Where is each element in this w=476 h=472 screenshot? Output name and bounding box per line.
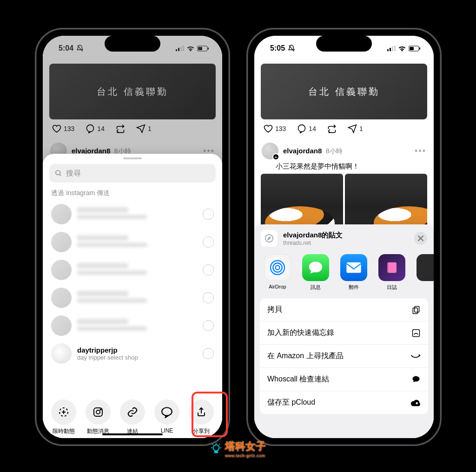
user-row[interactable] — [43, 228, 222, 256]
svg-point-40 — [213, 445, 219, 451]
story-icon — [58, 406, 69, 418]
post-header: + elvajordan8 8小時 ••• — [254, 138, 434, 164]
repost-icon — [327, 124, 337, 133]
ios-share-sheet: elvajordan8的貼文 threads.net AirDrop 訊息 — [254, 224, 434, 438]
feed-background-dimmed: 5:04 台北 信義聯勤 133 14 — [43, 36, 222, 438]
wifi-icon — [398, 46, 406, 52]
select-radio[interactable] — [203, 320, 214, 331]
bell-muted-icon — [288, 45, 295, 52]
dynamic-island — [316, 36, 372, 52]
select-radio[interactable] — [203, 348, 214, 359]
user-name: daytripperjp — [77, 346, 197, 354]
annotation-highlight — [192, 392, 228, 437]
svg-rect-36 — [415, 306, 419, 312]
user-list: daytripperjp day tripper select shop — [43, 200, 222, 395]
svg-point-26 — [298, 125, 305, 132]
battery-icon — [409, 46, 421, 52]
action-amazon[interactable]: 在 Amazon 上尋找產品 — [260, 345, 428, 368]
action-list: 拷貝 加入新的快速備忘錄 在 Amazon 上尋找產品 — [260, 298, 428, 414]
svg-point-31 — [273, 263, 282, 272]
screen-left: 5:04 台北 信義聯勤 133 14 — [43, 36, 222, 438]
select-radio[interactable] — [203, 209, 214, 220]
watermark: 塔科女子 www.tech-girlz.com — [210, 439, 266, 458]
action-quicknote[interactable]: 加入新的快速備忘錄 — [260, 321, 428, 345]
safari-thumb-icon — [261, 230, 278, 247]
post-username[interactable]: elvajordan8 — [283, 147, 322, 155]
svg-rect-19 — [387, 49, 389, 51]
feed: 5:05 台北 信義聯勤 133 14 1 + — [254, 36, 434, 438]
ios-sheet-subtitle: threads.net — [283, 240, 343, 246]
sheet-grabber[interactable] — [123, 157, 142, 159]
copy-icon — [411, 305, 421, 315]
ios-sheet-title: elvajordan8的貼文 — [283, 231, 343, 240]
svg-point-39 — [416, 402, 418, 404]
mail-icon — [346, 262, 362, 274]
svg-line-45 — [219, 444, 220, 445]
svg-rect-22 — [394, 46, 396, 51]
quicknote-icon — [411, 328, 421, 338]
avatar[interactable]: + — [262, 143, 278, 159]
svg-rect-25 — [419, 47, 420, 50]
svg-point-30 — [276, 266, 280, 270]
svg-rect-37 — [413, 308, 417, 314]
svg-line-10 — [60, 174, 61, 176]
comment-button[interactable]: 14 — [297, 124, 316, 133]
post-caption: 小三花果然是夢中情貓啊！ — [254, 162, 434, 174]
svg-point-9 — [56, 170, 60, 175]
action-whoscall[interactable]: Whoscall 檢查連結 — [260, 368, 428, 391]
heart-icon — [264, 124, 273, 133]
svg-rect-20 — [390, 48, 391, 51]
like-button[interactable]: 133 — [264, 124, 286, 133]
home-indicator[interactable] — [102, 433, 163, 435]
phone-left: 5:04 台北 信義聯勤 133 14 — [35, 28, 230, 446]
share-story[interactable]: 限時動態 — [47, 400, 80, 435]
send-icon — [348, 124, 357, 133]
ios-sheet-header: elvajordan8的貼文 threads.net — [254, 224, 434, 251]
svg-point-17 — [162, 407, 172, 415]
user-row[interactable] — [43, 200, 222, 228]
user-row-daytripper[interactable]: daytripperjp day tripper select shop — [43, 340, 222, 367]
screen-right: 5:05 台北 信義聯勤 133 14 1 + — [254, 36, 434, 438]
action-copy[interactable]: 拷貝 — [260, 298, 428, 321]
app-messages[interactable]: 訊息 — [301, 254, 331, 291]
action-pcloud[interactable]: 儲存至 pCloud — [260, 391, 428, 414]
close-icon — [418, 236, 423, 241]
journal-icon — [385, 261, 399, 275]
repost-button[interactable] — [327, 124, 337, 133]
search-input[interactable]: 搜尋 — [49, 164, 216, 183]
app-airdrop[interactable]: AirDrop — [263, 254, 292, 291]
app-journal[interactable]: 日誌 — [377, 254, 407, 291]
share-feed[interactable]: 動態消息 — [82, 400, 114, 435]
svg-point-16 — [100, 409, 101, 410]
post-timestamp: 8小時 — [326, 147, 343, 155]
phone-right: 5:05 台北 信義聯勤 133 14 1 + — [246, 28, 442, 446]
select-radio[interactable] — [203, 292, 214, 303]
post-media: 台北 信義聯勤 — [261, 64, 427, 119]
post-actions-bar: 133 14 1 — [254, 119, 434, 138]
lightbulb-icon — [210, 443, 222, 455]
user-sub: day tripper select shop — [77, 354, 197, 361]
app-share-row[interactable]: AirDrop 訊息 郵件 日誌 — [254, 251, 434, 295]
user-row[interactable] — [43, 256, 222, 284]
svg-point-15 — [96, 410, 100, 414]
close-button[interactable] — [414, 232, 427, 245]
messages-icon — [308, 260, 324, 275]
instagram-icon — [93, 406, 104, 418]
select-radio[interactable] — [203, 264, 214, 275]
svg-rect-46 — [215, 451, 218, 452]
section-title: 透過 Instagram 傳送 — [43, 187, 222, 200]
svg-rect-35 — [389, 262, 397, 273]
share-button[interactable]: 1 — [348, 124, 363, 133]
app-more[interactable] — [415, 254, 434, 291]
whoscall-icon — [411, 375, 421, 384]
user-row[interactable] — [43, 284, 222, 312]
select-radio[interactable] — [203, 236, 214, 248]
user-row[interactable] — [43, 312, 222, 340]
app-mail[interactable]: 郵件 — [339, 254, 369, 291]
add-icon: + — [272, 153, 279, 160]
line-icon — [161, 406, 173, 418]
share-line[interactable]: LINE — [151, 400, 183, 435]
svg-point-27 — [265, 235, 273, 243]
share-link[interactable]: 連結 — [116, 400, 149, 435]
more-icon[interactable]: ••• — [415, 146, 426, 156]
